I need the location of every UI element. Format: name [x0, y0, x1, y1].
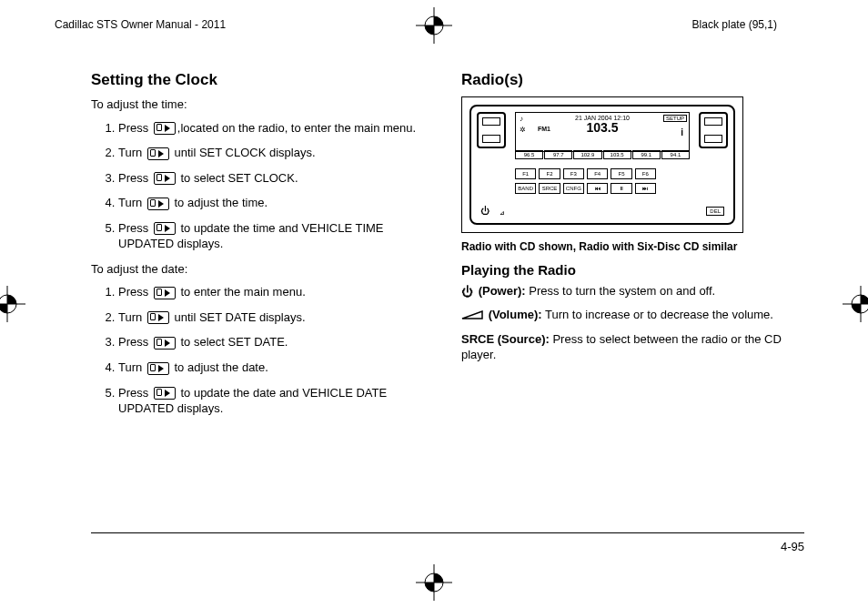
- step-item: Press to select SET CLOCK.: [118, 170, 434, 187]
- step-post: until SET DATE displays.: [171, 310, 306, 324]
- step-post: to adjust the date.: [171, 360, 268, 374]
- power-text: Press to turn the system on and off.: [526, 284, 716, 298]
- step-pre: Press: [118, 121, 152, 135]
- heading-setting-clock: Setting the Clock: [91, 71, 434, 89]
- info-icon: i: [681, 127, 683, 137]
- srce-paragraph: SRCE (Source): Press to select between t…: [461, 331, 804, 363]
- f-button: F5: [611, 168, 631, 179]
- gear-icon: ✲: [520, 126, 526, 134]
- step-pre: Press: [118, 335, 152, 349]
- power-label: (Power):: [479, 284, 526, 298]
- step-pre: Turn: [118, 310, 146, 324]
- step-post: to enter the main menu.: [177, 285, 306, 299]
- crop-mark-bottom: [416, 564, 452, 601]
- date-steps-list: Press to enter the main menu.Turn until …: [91, 284, 434, 416]
- step-item: Turn to adjust the date.: [118, 360, 434, 376]
- left-column: Setting the Clock To adjust the time: Pr…: [91, 71, 434, 526]
- time-steps-list: Press ,located on the radio, to enter th…: [91, 120, 434, 252]
- step-item: Turn to adjust the time.: [118, 195, 434, 211]
- volume-text: Turn to increase or to decrease the volu…: [542, 308, 773, 321]
- preset-cell: 94.1: [661, 150, 690, 159]
- crop-mark-right: [843, 286, 868, 322]
- step-post: to adjust the time.: [171, 196, 267, 209]
- step-pre: Turn: [118, 196, 146, 209]
- f-button: F3: [563, 168, 584, 179]
- tune-select-icon: [147, 198, 169, 210]
- tune-select-icon: [147, 311, 169, 324]
- intro-time: To adjust the time:: [91, 96, 434, 113]
- header-right: Black plate (95,1): [692, 18, 777, 31]
- f-button: F1: [515, 168, 536, 179]
- button-row-2: BANDSRCECNFG⏮⏸⏭: [515, 183, 656, 194]
- srce-label: SRCE (Source):: [461, 332, 550, 346]
- control-button: ⏸: [611, 183, 631, 194]
- preset-cell: 96.5: [515, 150, 543, 159]
- volume-icon: [461, 308, 483, 324]
- tune-select-icon: [154, 387, 176, 400]
- del-button: DEL: [706, 207, 724, 216]
- control-button: BAND: [515, 183, 536, 194]
- step-post: until SET CLOCK displays.: [171, 146, 316, 159]
- power-icon: ⏻: [461, 284, 473, 300]
- step-item: Turn until SET CLOCK displays.: [118, 145, 434, 161]
- footer-rule: [91, 532, 804, 533]
- right-column: Radio(s) ♪ ✲ 21 JAN 2004 12:10 FM1 103.5…: [461, 71, 804, 526]
- preset-cell: 103.5: [603, 150, 631, 159]
- f-button: F2: [539, 168, 560, 179]
- heading-playing-radio: Playing the Radio: [461, 262, 804, 278]
- step-item: Press to select SET DATE.: [118, 334, 434, 350]
- intro-date: To adjust the date:: [91, 261, 434, 278]
- step-pre: Press: [118, 171, 152, 185]
- radio-panel: ♪ ✲ 21 JAN 2004 12:10 FM1 103.5 SETUP i …: [469, 105, 735, 225]
- preset-row: 96.597.7102.9103.599.194.1: [515, 150, 690, 159]
- page-number: 4-95: [781, 540, 804, 553]
- figure-caption: Radio with CD shown, Radio with Six-Disc…: [461, 240, 804, 253]
- control-button: CNFG: [563, 183, 584, 194]
- volume-paragraph: (Volume): Turn to increase or to decreas…: [461, 307, 804, 323]
- heading-radios: Radio(s): [461, 71, 804, 89]
- step-post: to select SET DATE.: [177, 335, 288, 349]
- preset-cell: 99.1: [632, 150, 661, 159]
- crop-mark-left: [0, 286, 25, 322]
- note-icon: ♪: [520, 115, 523, 123]
- f-button: F6: [635, 168, 656, 179]
- button-row-1: F1F2F3F4F5F6: [515, 168, 656, 179]
- preset-cell: 102.9: [573, 150, 601, 159]
- step-item: Press ,located on the radio, to enter th…: [118, 120, 434, 137]
- preset-cell: 97.7: [544, 150, 572, 159]
- tune-select-icon: [154, 122, 176, 135]
- tune-select-icon: [154, 337, 176, 350]
- tune-select-icon: [147, 147, 169, 160]
- step-post: to select SET CLOCK.: [177, 171, 298, 185]
- step-pre: Press: [118, 386, 152, 400]
- step-pre: Press: [118, 285, 152, 299]
- step-pre: Turn: [118, 146, 146, 159]
- left-knob: [477, 112, 506, 148]
- radio-figure: ♪ ✲ 21 JAN 2004 12:10 FM1 103.5 SETUP i …: [461, 96, 743, 233]
- step-post: ,located on the radio, to enter the main…: [177, 121, 416, 135]
- tune-select-icon: [154, 287, 176, 299]
- tune-select-icon: [154, 172, 176, 185]
- tune-select-icon: [147, 362, 169, 375]
- control-button: SRCE: [539, 183, 560, 194]
- power-volume-icons: ⏻ ◿: [480, 206, 508, 216]
- control-button: ⏮: [587, 183, 608, 194]
- step-pre: Turn: [118, 360, 146, 374]
- crop-mark-top: [416, 7, 452, 44]
- radio-display: ♪ ✲ 21 JAN 2004 12:10 FM1 103.5 SETUP i: [515, 112, 690, 152]
- volume-label: (Volume):: [489, 308, 542, 321]
- setup-label: SETUP: [663, 115, 687, 122]
- f-button: F4: [587, 168, 608, 179]
- power-paragraph: ⏻ (Power): Press to turn the system on a…: [461, 283, 804, 299]
- step-item: Turn until SET DATE displays.: [118, 309, 434, 326]
- step-pre: Press: [118, 221, 152, 235]
- step-item: Press to update the time and VEHICLE TIM…: [118, 220, 434, 252]
- step-item: Press to enter the main menu.: [118, 284, 434, 300]
- step-item: Press to update the date and VEHICLE DAT…: [118, 385, 434, 417]
- band-label: FM1: [538, 126, 550, 132]
- control-button: ⏭: [635, 183, 656, 194]
- header-left: Cadillac STS Owner Manual - 2011: [55, 18, 226, 31]
- tune-select-icon: [154, 222, 176, 235]
- right-knob: [699, 112, 728, 148]
